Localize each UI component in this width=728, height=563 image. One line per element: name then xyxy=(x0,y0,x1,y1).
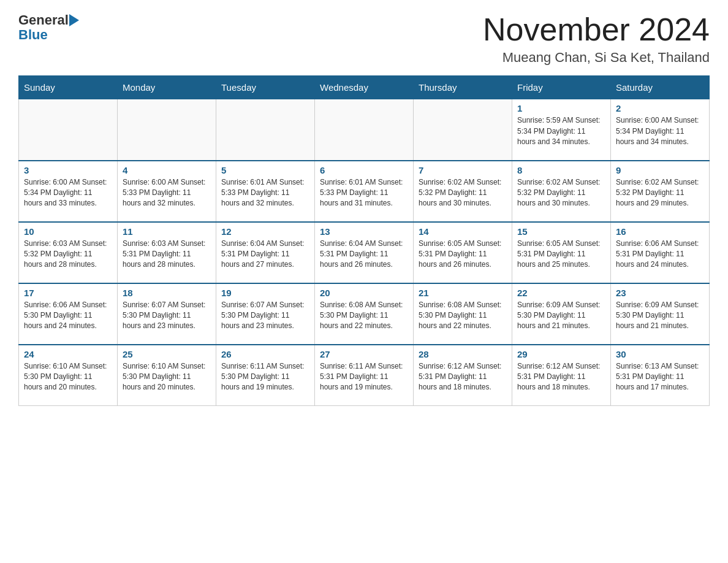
calendar-cell: 14Sunrise: 6:05 AM Sunset: 5:31 PM Dayli… xyxy=(414,222,512,283)
title-area: November 2024 Mueang Chan, Si Sa Ket, Th… xyxy=(483,12,710,66)
day-info: Sunrise: 6:08 AM Sunset: 5:30 PM Dayligh… xyxy=(320,300,408,332)
calendar-week-row: 17Sunrise: 6:06 AM Sunset: 5:30 PM Dayli… xyxy=(19,283,710,345)
calendar-cell: 24Sunrise: 6:10 AM Sunset: 5:30 PM Dayli… xyxy=(19,345,118,406)
day-number: 25 xyxy=(123,349,211,359)
calendar-cell: 19Sunrise: 6:07 AM Sunset: 5:30 PM Dayli… xyxy=(216,283,315,345)
calendar-cell: 20Sunrise: 6:08 AM Sunset: 5:30 PM Dayli… xyxy=(315,283,414,345)
calendar-cell: 3Sunrise: 6:00 AM Sunset: 5:34 PM Daylig… xyxy=(19,161,118,222)
day-info: Sunrise: 6:00 AM Sunset: 5:33 PM Dayligh… xyxy=(123,177,211,209)
day-info: Sunrise: 6:05 AM Sunset: 5:31 PM Dayligh… xyxy=(517,239,605,270)
day-info: Sunrise: 6:11 AM Sunset: 5:31 PM Dayligh… xyxy=(320,361,408,393)
day-number: 1 xyxy=(517,103,605,113)
day-info: Sunrise: 6:08 AM Sunset: 5:30 PM Dayligh… xyxy=(419,300,507,332)
day-info: Sunrise: 6:10 AM Sunset: 5:30 PM Dayligh… xyxy=(123,361,211,393)
calendar-cell: 6Sunrise: 6:01 AM Sunset: 5:33 PM Daylig… xyxy=(315,161,414,222)
calendar-cell: 29Sunrise: 6:12 AM Sunset: 5:31 PM Dayli… xyxy=(512,345,611,406)
day-number: 11 xyxy=(123,226,211,237)
day-info: Sunrise: 6:05 AM Sunset: 5:31 PM Dayligh… xyxy=(419,239,507,270)
calendar-cell: 7Sunrise: 6:02 AM Sunset: 5:32 PM Daylig… xyxy=(414,161,512,222)
day-info: Sunrise: 5:59 AM Sunset: 5:34 PM Dayligh… xyxy=(517,115,605,147)
day-number: 28 xyxy=(419,349,507,359)
day-number: 9 xyxy=(616,165,704,175)
day-info: Sunrise: 6:10 AM Sunset: 5:30 PM Dayligh… xyxy=(24,361,112,393)
day-info: Sunrise: 6:04 AM Sunset: 5:31 PM Dayligh… xyxy=(320,239,408,270)
col-wednesday: Wednesday xyxy=(315,76,414,99)
day-info: Sunrise: 6:01 AM Sunset: 5:33 PM Dayligh… xyxy=(221,177,309,209)
calendar-cell xyxy=(216,99,315,161)
day-info: Sunrise: 6:02 AM Sunset: 5:32 PM Dayligh… xyxy=(419,177,507,209)
calendar-cell: 4Sunrise: 6:00 AM Sunset: 5:33 PM Daylig… xyxy=(118,161,216,222)
day-number: 13 xyxy=(320,226,408,237)
day-number: 17 xyxy=(24,288,112,298)
day-number: 7 xyxy=(419,165,507,175)
day-info: Sunrise: 6:12 AM Sunset: 5:31 PM Dayligh… xyxy=(517,361,605,393)
calendar-cell xyxy=(414,99,512,161)
calendar-table: Sunday Monday Tuesday Wednesday Thursday… xyxy=(18,75,710,406)
calendar-cell: 30Sunrise: 6:13 AM Sunset: 5:31 PM Dayli… xyxy=(611,345,710,406)
day-number: 18 xyxy=(123,288,211,298)
day-number: 4 xyxy=(123,165,211,175)
day-number: 5 xyxy=(221,165,309,175)
calendar-cell: 12Sunrise: 6:04 AM Sunset: 5:31 PM Dayli… xyxy=(216,222,315,283)
day-number: 14 xyxy=(419,226,507,237)
day-info: Sunrise: 6:02 AM Sunset: 5:32 PM Dayligh… xyxy=(616,177,704,209)
logo: General Blue xyxy=(18,12,80,43)
calendar-cell: 11Sunrise: 6:03 AM Sunset: 5:31 PM Dayli… xyxy=(118,222,216,283)
month-title: November 2024 xyxy=(483,12,710,47)
calendar-cell: 2Sunrise: 6:00 AM Sunset: 5:34 PM Daylig… xyxy=(611,99,710,161)
calendar-week-row: 10Sunrise: 6:03 AM Sunset: 5:32 PM Dayli… xyxy=(19,222,710,283)
calendar-cell: 21Sunrise: 6:08 AM Sunset: 5:30 PM Dayli… xyxy=(414,283,512,345)
day-info: Sunrise: 6:07 AM Sunset: 5:30 PM Dayligh… xyxy=(123,300,211,332)
logo-arrow-icon xyxy=(69,14,79,26)
page-header: General Blue November 2024 Mueang Chan, … xyxy=(18,12,710,66)
col-monday: Monday xyxy=(118,76,216,99)
col-saturday: Saturday xyxy=(611,76,710,99)
calendar-cell: 10Sunrise: 6:03 AM Sunset: 5:32 PM Dayli… xyxy=(19,222,118,283)
day-info: Sunrise: 6:07 AM Sunset: 5:30 PM Dayligh… xyxy=(221,300,309,332)
calendar-cell: 5Sunrise: 6:01 AM Sunset: 5:33 PM Daylig… xyxy=(216,161,315,222)
calendar-cell: 13Sunrise: 6:04 AM Sunset: 5:31 PM Dayli… xyxy=(315,222,414,283)
day-info: Sunrise: 6:09 AM Sunset: 5:30 PM Dayligh… xyxy=(616,300,704,332)
day-number: 3 xyxy=(24,165,112,175)
logo-blue-text: Blue xyxy=(18,27,48,43)
day-number: 29 xyxy=(517,349,605,359)
day-info: Sunrise: 6:02 AM Sunset: 5:32 PM Dayligh… xyxy=(517,177,605,209)
calendar-cell: 9Sunrise: 6:02 AM Sunset: 5:32 PM Daylig… xyxy=(611,161,710,222)
day-info: Sunrise: 6:11 AM Sunset: 5:30 PM Dayligh… xyxy=(221,361,309,393)
location-title: Mueang Chan, Si Sa Ket, Thailand xyxy=(483,50,710,66)
calendar-header-row: Sunday Monday Tuesday Wednesday Thursday… xyxy=(19,76,710,99)
day-info: Sunrise: 6:03 AM Sunset: 5:32 PM Dayligh… xyxy=(24,239,112,270)
calendar-cell: 1Sunrise: 5:59 AM Sunset: 5:34 PM Daylig… xyxy=(512,99,611,161)
day-info: Sunrise: 6:13 AM Sunset: 5:31 PM Dayligh… xyxy=(616,361,704,393)
calendar-cell: 16Sunrise: 6:06 AM Sunset: 5:31 PM Dayli… xyxy=(611,222,710,283)
day-number: 24 xyxy=(24,349,112,359)
day-number: 12 xyxy=(221,226,309,237)
day-info: Sunrise: 6:12 AM Sunset: 5:31 PM Dayligh… xyxy=(419,361,507,393)
calendar-cell xyxy=(315,99,414,161)
day-number: 23 xyxy=(616,288,704,298)
calendar-cell: 22Sunrise: 6:09 AM Sunset: 5:30 PM Dayli… xyxy=(512,283,611,345)
calendar-cell xyxy=(118,99,216,161)
day-info: Sunrise: 6:00 AM Sunset: 5:34 PM Dayligh… xyxy=(616,115,704,147)
day-number: 6 xyxy=(320,165,408,175)
logo-bottom-row: Blue xyxy=(18,26,48,43)
calendar-cell: 23Sunrise: 6:09 AM Sunset: 5:30 PM Dayli… xyxy=(611,283,710,345)
col-sunday: Sunday xyxy=(19,76,118,99)
day-info: Sunrise: 6:03 AM Sunset: 5:31 PM Dayligh… xyxy=(123,239,211,270)
day-number: 19 xyxy=(221,288,309,298)
day-number: 30 xyxy=(616,349,704,359)
calendar-week-row: 3Sunrise: 6:00 AM Sunset: 5:34 PM Daylig… xyxy=(19,161,710,222)
day-info: Sunrise: 6:04 AM Sunset: 5:31 PM Dayligh… xyxy=(221,239,309,270)
col-tuesday: Tuesday xyxy=(216,76,315,99)
day-number: 20 xyxy=(320,288,408,298)
day-info: Sunrise: 6:06 AM Sunset: 5:30 PM Dayligh… xyxy=(24,300,112,332)
calendar-cell: 28Sunrise: 6:12 AM Sunset: 5:31 PM Dayli… xyxy=(414,345,512,406)
day-number: 22 xyxy=(517,288,605,298)
day-info: Sunrise: 6:06 AM Sunset: 5:31 PM Dayligh… xyxy=(616,239,704,270)
calendar-cell: 27Sunrise: 6:11 AM Sunset: 5:31 PM Dayli… xyxy=(315,345,414,406)
calendar-week-row: 1Sunrise: 5:59 AM Sunset: 5:34 PM Daylig… xyxy=(19,99,710,161)
day-number: 8 xyxy=(517,165,605,175)
day-number: 16 xyxy=(616,226,704,237)
day-number: 26 xyxy=(221,349,309,359)
day-info: Sunrise: 6:09 AM Sunset: 5:30 PM Dayligh… xyxy=(517,300,605,332)
